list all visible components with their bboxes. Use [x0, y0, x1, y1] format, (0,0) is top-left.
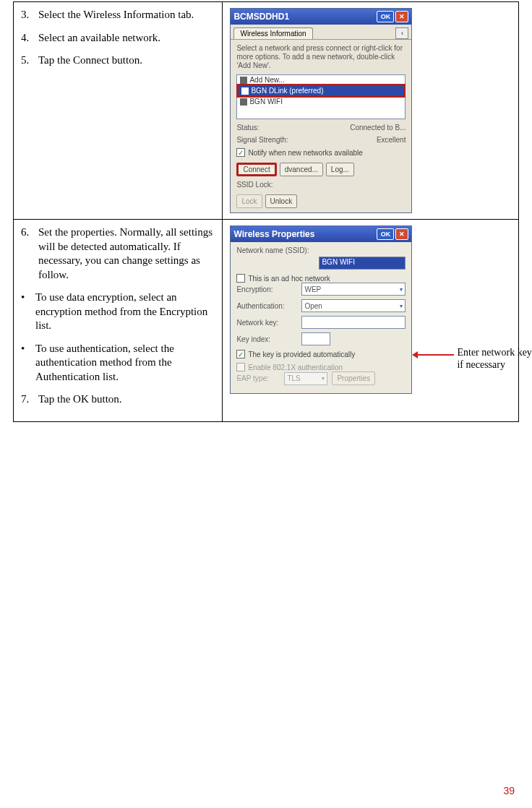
key-index-row: Key index:	[236, 332, 406, 345]
window-title: Wireless Properties	[233, 229, 375, 239]
encryption-select[interactable]: WEP ▾	[301, 283, 406, 296]
auto-key-row[interactable]: ✓ The key is provided automatically	[236, 350, 406, 358]
signal-label: Signal Strength:	[236, 136, 288, 144]
status-value: Connected to B...	[350, 124, 406, 132]
network-list[interactable]: Add New... BGN DLink (preferred) BGN WIF…	[236, 74, 406, 119]
wireless-properties-screenshot: Wireless Properties OK ✕ Network name (S…	[230, 225, 412, 394]
adhoc-label: This is an ad hoc network	[248, 275, 330, 283]
notify-label: Notify when new networks available	[248, 149, 362, 157]
signal-value: Excellent	[377, 136, 406, 144]
bullet-text: To use data encryption, select an encryp…	[35, 291, 215, 333]
ssid-lock-label: SSID Lock:	[236, 181, 406, 189]
checkbox-icon[interactable]	[236, 363, 245, 371]
step-num: 5.	[21, 53, 38, 68]
encryption-row: Encryption: WEP ▾	[236, 283, 406, 296]
eap-select[interactable]: TLS ▾	[284, 372, 327, 385]
lock-button[interactable]: Lock	[236, 194, 262, 208]
lock-button-row: Lock Unlock	[236, 194, 406, 208]
panel: Network name (SSID): BGN WIFI This is an…	[231, 242, 411, 393]
list-item-label: BGN DLink (preferred)	[251, 87, 323, 95]
eap-label: EAP type:	[236, 374, 280, 382]
titlebar: Wireless Properties OK ✕	[231, 226, 411, 242]
ok-button[interactable]: OK	[377, 11, 394, 22]
step-5: 5. Tap the Connect button.	[21, 53, 215, 68]
eap-row: EAP type: TLS ▾ Properties	[236, 371, 406, 385]
step-num: 3.	[21, 8, 38, 22]
bullet-dot: •	[21, 291, 35, 333]
step-4: 4. Select an available network.	[21, 31, 215, 46]
log-button[interactable]: Log...	[326, 163, 354, 176]
network-selected[interactable]: BGN DLink (preferred)	[236, 84, 406, 98]
properties-button[interactable]: Properties	[332, 371, 375, 385]
tab-wireless-info[interactable]: Wireless Information	[233, 27, 312, 39]
ssid-label: Network name (SSID):	[236, 246, 406, 254]
authentication-label: Authentication:	[236, 302, 297, 310]
row2-left: 6. Set the properties. Normally, all set…	[14, 220, 223, 422]
checkbox-icon[interactable]	[236, 274, 245, 283]
select-value: WEP	[304, 285, 321, 293]
tab-row: Wireless Information ‹	[231, 25, 411, 40]
step-text: Set the properties. Normally, all settin…	[38, 225, 215, 282]
page-number: 39	[503, 785, 515, 796]
ssid-input[interactable]: BGN WIFI	[319, 257, 406, 270]
status-label: Status:	[236, 124, 259, 132]
button-row: Connect dvanced... Log...	[236, 163, 406, 176]
signal-icon	[240, 77, 247, 84]
adhoc-row[interactable]: This is an ad hoc network	[236, 274, 406, 283]
panel: Select a network and press connect or ri…	[231, 40, 411, 212]
row1-left: 3. Select the Wireless Information tab. …	[14, 2, 223, 220]
step-text: Select an available network.	[38, 31, 215, 46]
wireless-info-screenshot: BCMSDDHD1 OK ✕ Wireless Information ‹ Se…	[230, 8, 412, 213]
bullet-2: • To use authentication, select the auth…	[21, 342, 215, 384]
encryption-label: Encryption:	[236, 285, 297, 293]
window-title: BCMSDDHD1	[233, 12, 375, 22]
authentication-select[interactable]: Open ▾	[301, 299, 406, 312]
checkbox-icon[interactable]: ✓	[236, 148, 245, 157]
signal-icon	[241, 87, 249, 95]
help-text: Select a network and press connect or ri…	[236, 44, 406, 70]
key-index-input[interactable]	[301, 332, 330, 345]
bullet-dot: •	[21, 342, 35, 384]
close-button[interactable]: ✕	[395, 228, 408, 240]
unlock-button[interactable]: Unlock	[265, 194, 298, 208]
bullet-text: To use authentication, select the authen…	[35, 342, 215, 384]
authentication-row: Authentication: Open ▾	[236, 299, 406, 312]
select-value: TLS	[287, 374, 300, 382]
step-num: 4.	[21, 31, 38, 46]
connect-button[interactable]: Connect	[236, 163, 276, 176]
step-3: 3. Select the Wireless Information tab.	[21, 8, 215, 22]
advanced-button[interactable]: dvanced...	[280, 163, 323, 176]
annotation-text: Enter network key if necessary	[457, 347, 532, 371]
close-button[interactable]: ✕	[395, 11, 408, 22]
ok-button[interactable]: OK	[377, 228, 394, 240]
select-value: Open	[304, 302, 322, 310]
network-key-label: Network key:	[236, 319, 297, 327]
bullet-1: • To use data encryption, select an encr…	[21, 291, 215, 333]
signal-row: Signal Strength: Excellent	[236, 136, 406, 144]
step-7: 7. Tap the OK button.	[21, 392, 215, 407]
status-row: Status: Connected to B...	[236, 124, 406, 132]
step-text: Tap the OK button.	[38, 392, 215, 407]
list-item-label: BGN WIFI	[249, 98, 283, 106]
network-key-input[interactable]	[301, 316, 406, 329]
list-item-label: Add New...	[249, 76, 284, 84]
arrow-line	[416, 354, 454, 356]
network-key-row: Network key:	[236, 316, 406, 329]
step-6: 6. Set the properties. Normally, all set…	[21, 225, 215, 282]
row2-right: Wireless Properties OK ✕ Network name (S…	[223, 220, 519, 422]
titlebar: BCMSDDHD1 OK ✕	[231, 9, 411, 25]
enable-8021x-label: Enable 802.1X authentication	[248, 364, 343, 371]
checkbox-icon[interactable]: ✓	[236, 350, 245, 358]
auto-key-label: The key is provided automatically	[248, 351, 355, 358]
enable-8021x-row[interactable]: Enable 802.1X authentication	[236, 363, 406, 371]
tab-scroll-left[interactable]: ‹	[395, 27, 408, 39]
chevron-down-icon: ▾	[322, 375, 325, 382]
notify-row[interactable]: ✓ Notify when new networks available	[236, 148, 406, 157]
row1-right: BCMSDDHD1 OK ✕ Wireless Information ‹ Se…	[223, 2, 519, 220]
screenshot-2-container: Wireless Properties OK ✕ Network name (S…	[230, 225, 511, 394]
step-num: 6.	[21, 225, 38, 282]
step-text: Tap the Connect button.	[38, 53, 215, 68]
step-text: Select the Wireless Information tab.	[38, 8, 215, 22]
network-item[interactable]: BGN WIFI	[237, 97, 405, 106]
key-index-label: Key index:	[236, 335, 297, 343]
